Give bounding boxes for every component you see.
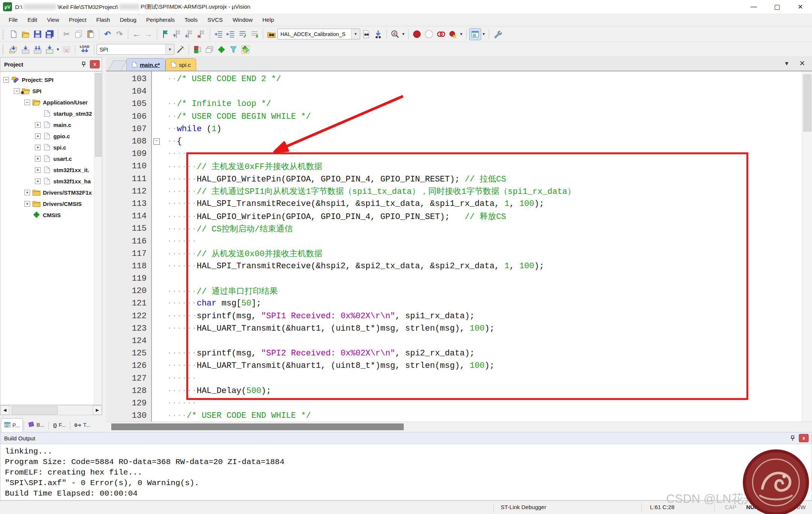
scrollbar-thumb[interactable] [803,74,811,132]
code-line-112[interactable]: 112······// 主机通过SPI1向从机发送1字节数据（spi1_tx_d… [106,185,812,198]
expand-icon[interactable]: + [35,122,41,128]
window-layout-dropdown-icon[interactable]: ▼ [482,32,486,36]
code-line-120[interactable]: 120······// 通过串口打印结果 [106,285,812,297]
target-combo-arrow-icon[interactable]: ▼ [165,44,174,54]
code-line-126[interactable]: 126······HAL_UART_Transmit(&huart1, (uin… [106,360,812,372]
code-line-106[interactable]: 106··/* USER CODE BEGIN WHILE */ [106,110,812,123]
paste-icon[interactable] [85,29,96,40]
code-line-115[interactable]: 115······// CS控制启动/结束通信 [106,222,812,235]
tree-item-usart-c[interactable]: +usart.c [0,153,102,164]
minimize-button[interactable]: — [742,0,765,14]
project-panel-close-icon[interactable]: x [90,60,100,68]
expand-icon[interactable]: + [35,156,41,162]
scrollbar-thumb[interactable] [12,406,58,414]
fold-collapse-icon[interactable]: − [153,138,160,145]
menu-window[interactable]: Window [228,14,258,26]
panel-splitter[interactable] [102,57,106,432]
tab-main-c[interactable]: main.c* [126,58,165,71]
collapse-icon[interactable]: − [14,88,20,94]
save-all-icon[interactable] [44,29,55,40]
expand-icon[interactable]: + [24,201,30,207]
find-next-icon[interactable] [361,29,372,40]
manage-project-items-icon[interactable] [204,44,215,55]
workspace-tab-templates[interactable]: 0➜T... [71,418,94,432]
code-line-103[interactable]: 103··/* USER CODE END 2 */ [106,73,812,85]
expand-icon[interactable]: + [35,133,41,139]
code-line-116[interactable]: 116······ [106,235,812,247]
tree-item-spi[interactable]: −✳SPI [0,85,102,97]
menu-project[interactable]: Project [64,14,91,26]
build-icon[interactable] [20,44,31,55]
code-line-114[interactable]: 114······HAL_GPIO_WritePin(GPIOA, GPIO_P… [106,210,812,222]
copy-icon[interactable] [73,29,84,40]
code-line-109[interactable]: 109······ [106,148,812,160]
collapse-icon[interactable]: − [3,77,9,83]
code-line-124[interactable]: 124 [106,335,812,347]
tree-item-project-spi[interactable]: −Project: SPI [0,74,102,85]
close-button[interactable]: ✕ [789,0,812,14]
code-line-105[interactable]: 105··/* Infinite loop */ [106,98,812,110]
code-line-117[interactable]: 117······// 从机发送0x00并接收主机数据 [106,248,812,260]
window-layout-icon[interactable] [469,28,481,40]
tree-item-main-c[interactable]: +main.c [0,119,102,130]
translate-icon[interactable] [8,44,19,55]
close-document-icon[interactable]: ✕ [799,59,805,68]
navigate-back-icon[interactable]: ← [131,29,142,40]
editor-hscrollbar[interactable] [106,422,812,432]
manage-rte-icon[interactable] [192,44,203,55]
tab-list-dropdown-icon[interactable]: ▼ [784,60,789,67]
find-combo[interactable]: HAL_ADCEx_Calibration_S ▼ [277,29,360,39]
menu-help[interactable]: Help [258,14,279,26]
tree-item-drivers-cmsis[interactable]: +Drivers/CMSIS [0,198,102,209]
redo-icon[interactable]: ↷ [114,29,125,40]
save-icon[interactable] [32,29,43,40]
code-line-119[interactable]: 119 [106,272,812,285]
target-combo[interactable]: SPI ▼ [97,44,174,55]
code-line-111[interactable]: 111······HAL_GPIO_WritePin(GPIOA, GPIO_P… [106,173,812,185]
expand-icon[interactable]: + [35,145,41,150]
tab-spi-c[interactable]: spi.c [165,58,196,71]
tree-item-stm32f1xx-it-[interactable]: +stm32f1xx_it. [0,164,102,175]
open-file-icon[interactable] [20,29,31,40]
breakpoint-enable-all-icon[interactable] [435,29,447,40]
menu-view[interactable]: View [42,14,64,26]
tree-item-startup-stm32[interactable]: startup_stm32 [0,108,102,119]
cut-icon[interactable]: ✂ [61,29,72,40]
code-line-121[interactable]: 121······char msg[50]; [106,297,812,310]
search-icon[interactable]: d [389,29,401,40]
code-line-123[interactable]: 123······HAL_UART_Transmit(&huart1, (uin… [106,322,812,335]
comment-icon[interactable] [237,29,248,40]
breakpoint-dropdown-icon[interactable]: ▼ [459,32,463,36]
undo-icon[interactable]: ↶ [102,29,113,40]
code-line-130[interactable]: 130····/* USER CODE END WHILE */ [106,410,812,422]
batch-build-dropdown-icon[interactable]: ▼ [56,47,60,51]
code-line-113[interactable]: 113······HAL_SPI_TransmitReceive(&hspi1,… [106,198,812,210]
tree-item-spi-c[interactable]: +spi.c [0,142,102,153]
expand-icon[interactable]: + [35,178,41,184]
menu-tools[interactable]: Tools [180,14,203,26]
code-line-125[interactable]: 125······sprintf(msg, "SPI2 Received: 0x… [106,347,812,360]
scrollbar-thumb[interactable] [111,423,404,430]
menu-svcs[interactable]: SVCS [203,14,228,26]
breakpoint-kill-all-icon[interactable] [447,29,459,40]
load-icon[interactable]: LOAD [78,44,91,55]
code-line-107[interactable]: 107··while (1) [106,123,812,135]
tree-item-stm32f1xx-ha[interactable]: +stm32f1xx_ha [0,175,102,187]
menu-debug[interactable]: Debug [115,14,141,26]
find-in-files-icon[interactable] [266,29,277,40]
code-line-127[interactable]: 127······ [106,372,812,385]
bookmark-next-icon[interactable] [184,29,195,40]
options-for-target-icon[interactable] [175,44,186,55]
search-dropdown-icon[interactable]: ▼ [401,32,405,36]
uncomment-icon[interactable] [249,29,260,40]
code-area[interactable]: 103··/* USER CODE END 2 */104105··/* Inf… [106,71,812,422]
project-tree-vscrollbar[interactable] [94,72,102,405]
configure-icon[interactable] [492,29,503,40]
code-line-129[interactable]: 129······ [106,397,812,410]
toolbar-grip[interactable] [3,45,5,54]
workspace-tab-functions[interactable]: {}F... [50,418,69,432]
maximize-button[interactable]: ▢ [765,0,789,14]
workspace-tab-books[interactable]: ?B... [25,418,48,432]
indent-icon[interactable] [213,29,224,40]
outdent-icon[interactable] [225,29,236,40]
